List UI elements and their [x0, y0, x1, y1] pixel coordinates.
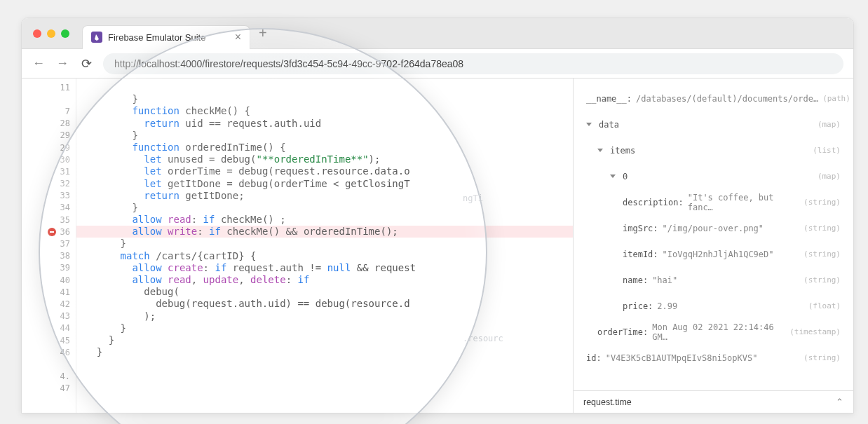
close-tab-icon[interactable]: ×	[235, 32, 241, 43]
tab-bar: Firebase Emulator Suite × +	[22, 18, 853, 49]
forward-icon[interactable]: →	[55, 56, 69, 71]
close-window-icon[interactable]	[33, 29, 41, 38]
caret-down-icon	[597, 149, 603, 152]
url-path: localhost:4000/firestore/requests/3fd3c4…	[139, 58, 463, 69]
url-scheme: http://	[114, 58, 139, 69]
data-tree-row[interactable]: items(list)	[581, 137, 841, 163]
minimize-window-icon[interactable]	[47, 29, 55, 38]
new-tab-button[interactable]: +	[259, 25, 267, 41]
data-tree-row[interactable]: data(map)	[581, 111, 841, 137]
code-line[interactable]	[76, 81, 573, 93]
code-line[interactable]: function checkMe() {	[76, 105, 573, 117]
request-time-row[interactable]: request.time ⌃	[574, 390, 853, 413]
code-line[interactable]	[76, 383, 573, 395]
code-editor[interactable]: 1172829293031323334353637383940414243444…	[22, 78, 573, 413]
reload-icon[interactable]: ⟳	[79, 56, 93, 71]
code-line[interactable]: let orderTime = debug(request.resource.d…	[76, 165, 573, 177]
code-line[interactable]: allow read: if checkMe() ;	[76, 214, 573, 226]
code-line[interactable]: debug(	[76, 286, 573, 298]
code-line[interactable]: debug(request.auth.uid) == debug(resourc…	[76, 298, 573, 310]
data-tree-row[interactable]: __name__: /databases/(default)/documents…	[581, 86, 841, 111]
browser-toolbar: ← → ⟳ http://localhost:4000/firestore/re…	[22, 49, 853, 78]
code-line[interactable]: match /carts/{cartID} {	[76, 250, 573, 262]
error-marker-icon[interactable]	[48, 228, 56, 236]
code-line[interactable]: let unused = debug("**orderedInTime**");	[76, 153, 573, 165]
maximize-window-icon[interactable]	[61, 29, 69, 38]
line-gutter: 1172829293031323334353637383940414243444…	[22, 78, 76, 413]
browser-tab[interactable]: Firebase Emulator Suite ×	[82, 25, 250, 49]
code-line[interactable]: function orderedInTime() {	[76, 142, 573, 153]
code-line[interactable]: allow create: if request.auth != null &&…	[76, 262, 573, 274]
code-line[interactable]: allow read, update, delete: if	[76, 274, 573, 286]
data-tree-row[interactable]: price: 2.99(float)	[581, 293, 841, 319]
data-tree-row[interactable]: itemId: "IoVgqH2nhJljAh1QC9eD"(string)	[581, 241, 841, 267]
code-line[interactable]: }	[76, 130, 573, 142]
code-line[interactable]: }	[76, 202, 573, 214]
url-bar[interactable]: http://localhost:4000/firestore/requests…	[103, 53, 843, 74]
code-line[interactable]: }	[76, 334, 573, 346]
request-data-tree[interactable]: __name__: /databases/(default)/documents…	[574, 78, 853, 390]
code-line[interactable]	[76, 371, 573, 383]
firebase-favicon-icon	[91, 32, 102, 43]
data-tree-row[interactable]: name: "hai"(string)	[581, 267, 841, 293]
code-line[interactable]: return getItDone;	[76, 190, 573, 202]
data-tree-row[interactable]: id: "V4E3K5cB1AUTMpqEIvS8ni5opKVS"(strin…	[581, 345, 841, 371]
code-body[interactable]: } function checkMe() { return uid == req…	[76, 78, 573, 413]
data-tree-row[interactable]: description: "It's coffee, but fanc…(str…	[581, 189, 841, 215]
code-line[interactable]: }	[76, 322, 573, 334]
request-inspector-panel: __name__: /databases/(default)/documents…	[573, 78, 853, 413]
caret-down-icon	[610, 175, 616, 178]
code-line[interactable]: allow write: if checkMe() && orderedInTi…	[76, 226, 573, 238]
code-line[interactable]: }	[76, 238, 573, 249]
caret-down-icon	[586, 123, 592, 126]
data-tree-row[interactable]: imgSrc: "/img/pour-over.png"(string)	[581, 215, 841, 241]
code-line[interactable]: );	[76, 310, 573, 322]
data-tree-row[interactable]: 0(map)	[581, 163, 841, 189]
data-tree-row[interactable]: orderTime: Mon Aug 02 2021 22:14:46 GM…(…	[581, 319, 841, 345]
code-line[interactable]	[76, 358, 573, 370]
back-icon[interactable]: ←	[32, 56, 46, 71]
code-line[interactable]: }	[76, 93, 573, 105]
content-area: 1172829293031323334353637383940414243444…	[22, 78, 853, 413]
window-controls	[33, 29, 69, 38]
code-line[interactable]: let getItDone = debug(orderTime < getClo…	[76, 178, 573, 190]
request-time-label: request.time	[583, 397, 632, 407]
chevron-up-icon: ⌃	[836, 397, 843, 407]
tab-title: Firebase Emulator Suite	[108, 32, 229, 43]
code-line[interactable]: return uid == request.auth.uid	[76, 118, 573, 130]
browser-window: Firebase Emulator Suite × + ← → ⟳ http:/…	[21, 18, 854, 413]
code-line[interactable]: }	[76, 346, 573, 358]
